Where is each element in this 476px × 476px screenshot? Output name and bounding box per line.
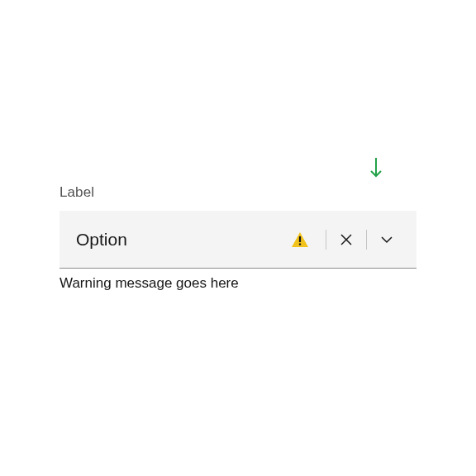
combobox-field: Label Option [60, 184, 416, 292]
svg-rect-2 [299, 236, 301, 242]
svg-rect-3 [299, 243, 301, 245]
field-label: Label [60, 184, 94, 201]
divider [326, 230, 326, 250]
dropdown-toggle[interactable] [374, 226, 400, 253]
combobox-input[interactable]: Option [60, 211, 416, 269]
arrow-down-icon [369, 156, 383, 183]
warning-icon [291, 231, 309, 249]
helper-text: Warning message goes here [60, 275, 416, 292]
clear-button[interactable] [333, 226, 359, 253]
combobox-value: Option [76, 230, 291, 250]
divider [366, 230, 367, 250]
